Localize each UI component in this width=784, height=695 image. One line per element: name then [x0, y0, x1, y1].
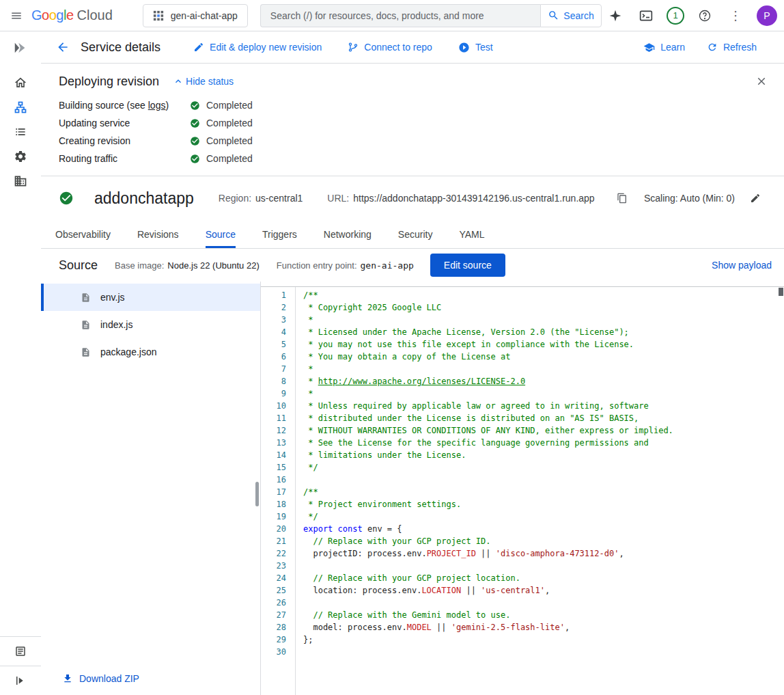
deploy-step-label: Updating service — [59, 118, 190, 128]
tab-yaml[interactable]: YAML — [459, 220, 484, 248]
line-number: 13 — [261, 437, 295, 449]
learn-label: Learn — [660, 42, 685, 53]
logs-link[interactable]: logs — [148, 100, 166, 111]
learn-button[interactable]: Learn — [635, 36, 693, 59]
deploy-step-status: Completed — [206, 118, 253, 128]
url-value[interactable]: https://addonchatapp-301439142196.us-cen… — [353, 193, 594, 204]
gemini-button[interactable] — [602, 2, 629, 29]
notifications-badge[interactable]: 1 — [667, 7, 684, 25]
file-name: env.js — [100, 292, 125, 303]
global-search: Search — [260, 4, 602, 27]
code-line: * Copyright 2025 Google LLC — [303, 301, 784, 314]
logo-cloud-text: Cloud — [77, 8, 113, 23]
help-button[interactable] — [691, 2, 718, 29]
help-icon — [698, 9, 712, 23]
show-payload-link[interactable]: Show payload — [712, 260, 772, 271]
service-summary-row: addonchatapp Region: us-central1 URL: ht… — [41, 176, 784, 220]
search-button[interactable]: Search — [540, 4, 602, 27]
line-number: 21 — [261, 535, 295, 547]
refresh-icon — [707, 42, 718, 53]
file-row-package-json[interactable]: package.json — [41, 338, 260, 366]
hide-status-toggle[interactable]: Hide status — [173, 76, 234, 87]
top-app-bar: G o o g l e Cloud gen-ai-chat-app Search… — [0, 0, 784, 31]
code-line — [303, 646, 784, 658]
code-content[interactable]: /** * Copyright 2025 Google LLC * * Lice… — [295, 287, 784, 695]
project-name: gen-ai-chat-app — [171, 10, 238, 21]
search-input[interactable] — [270, 10, 531, 21]
rail-item-home[interactable] — [5, 70, 36, 95]
more-options-button[interactable]: ⋮ — [722, 2, 749, 29]
collapse-nav-button[interactable] — [0, 666, 41, 695]
file-row-env-js[interactable]: env.js — [41, 284, 260, 311]
file-name: package.json — [100, 346, 157, 357]
tab-security[interactable]: Security — [398, 220, 433, 248]
google-cloud-logo[interactable]: G o o g l e Cloud — [31, 8, 113, 23]
back-button[interactable] — [49, 33, 76, 61]
source-body: env.js index.js package.json Download ZI… — [41, 282, 784, 695]
line-number: 14 — [261, 449, 295, 461]
line-number: 29 — [261, 633, 295, 646]
download-zip-button[interactable]: Download ZIP — [62, 673, 139, 684]
rail-item-organization[interactable] — [5, 169, 36, 193]
line-number: 7 — [261, 363, 295, 375]
release-notes-icon — [14, 645, 27, 657]
base-image-value: Node.js 22 (Ubuntu 22) — [167, 260, 259, 271]
tab-triggers[interactable]: Triggers — [262, 220, 297, 248]
back-arrow-icon — [56, 40, 70, 54]
line-numbers: 1234567891011121314151617181920212223242… — [261, 287, 295, 695]
project-icon — [153, 10, 164, 21]
file-row-index-js[interactable]: index.js — [41, 311, 260, 338]
connect-repo-button[interactable]: Connect to repo — [339, 36, 440, 58]
entry-point-label: Function entry point: — [277, 260, 357, 271]
user-avatar[interactable]: P — [757, 5, 777, 26]
project-picker-button[interactable]: gen-ai-chat-app — [143, 4, 248, 27]
edit-scaling-button[interactable] — [746, 189, 765, 208]
line-number: 10 — [261, 400, 295, 412]
rail-item-jobs[interactable] — [5, 120, 36, 144]
code-line: /** — [303, 289, 784, 301]
deploy-step-status: Completed — [206, 153, 253, 164]
code-line: * Project environment settings. — [303, 498, 784, 510]
cloud-shell-button[interactable] — [632, 2, 660, 29]
deploy-panel-title: Deploying revision — [59, 74, 159, 89]
chevron-up-icon — [173, 76, 184, 87]
service-name: addonchatapp — [94, 189, 194, 208]
code-line: export const env = { — [303, 523, 784, 535]
tab-observability[interactable]: Observability — [55, 220, 111, 248]
hamburger-menu-button[interactable] — [3, 2, 30, 29]
region-value: us-central1 — [255, 193, 303, 204]
copy-url-button[interactable] — [613, 189, 632, 208]
page-title: Service details — [81, 40, 160, 55]
logo-letter: g — [56, 8, 64, 23]
deploy-step-label: Building source (see logs) — [59, 100, 190, 111]
check-circle-icon — [190, 154, 200, 164]
search-field[interactable] — [260, 4, 540, 27]
service-status-check-icon — [59, 191, 74, 206]
line-number: 18 — [261, 498, 295, 510]
code-editor[interactable]: 1234567891011121314151617181920212223242… — [261, 286, 784, 695]
edit-source-button[interactable]: Edit source — [430, 254, 505, 277]
test-button[interactable]: Test — [450, 36, 501, 59]
main-content: Service details Edit & deploy new revisi… — [41, 31, 784, 695]
deploy-step-status: Completed — [206, 100, 253, 111]
release-notes-button[interactable] — [0, 636, 41, 666]
cloud-run-icon — [13, 40, 28, 55]
editor-scrollbar-thumb[interactable] — [779, 288, 783, 296]
code-line: * — [303, 387, 784, 400]
rail-item-services[interactable] — [5, 95, 36, 120]
logo-letter: o — [49, 8, 57, 23]
tab-revisions[interactable]: Revisions — [137, 220, 179, 248]
code-line: * you may not use this file except in co… — [303, 338, 784, 351]
tab-source[interactable]: Source — [206, 220, 236, 248]
home-icon — [14, 76, 27, 90]
code-line — [303, 474, 784, 486]
close-panel-button[interactable] — [751, 70, 772, 92]
tab-networking[interactable]: Networking — [324, 220, 372, 248]
refresh-button[interactable]: Refresh — [699, 36, 765, 58]
rail-item-integrations[interactable] — [5, 144, 36, 169]
edit-deploy-button[interactable]: Edit & deploy new revision — [185, 36, 330, 58]
file-panel-scrollbar[interactable] — [255, 482, 259, 506]
line-number: 15 — [261, 461, 295, 474]
deploy-step: Routing traffic Completed — [59, 150, 772, 167]
cloud-shell-icon — [639, 9, 653, 23]
